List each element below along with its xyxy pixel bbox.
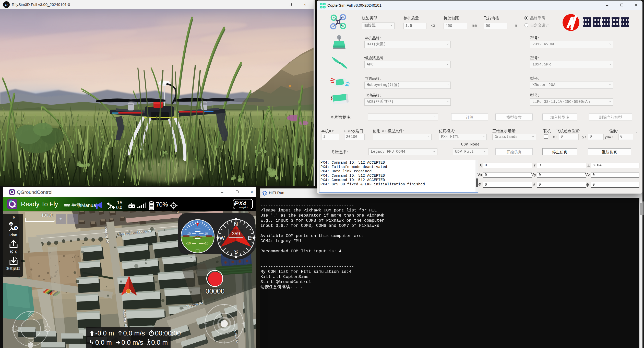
svg-text:-10: -10 [186, 242, 191, 245]
svg-text:10: 10 [204, 232, 208, 235]
svg-text:W: W [220, 235, 225, 241]
svg-text:-10: -10 [204, 242, 208, 245]
svg-text:St: St [175, 211, 179, 214]
svg-text:10: 10 [187, 232, 191, 235]
svg-text:N: N [234, 221, 238, 227]
svg-text:359: 359 [232, 231, 240, 236]
svg-text:E: E [248, 235, 252, 241]
svg-text:S: S [234, 249, 238, 255]
svg-text:A: A [10, 223, 12, 225]
svg-text:u: u [5, 2, 7, 7]
svg-text:L: L [128, 290, 129, 293]
